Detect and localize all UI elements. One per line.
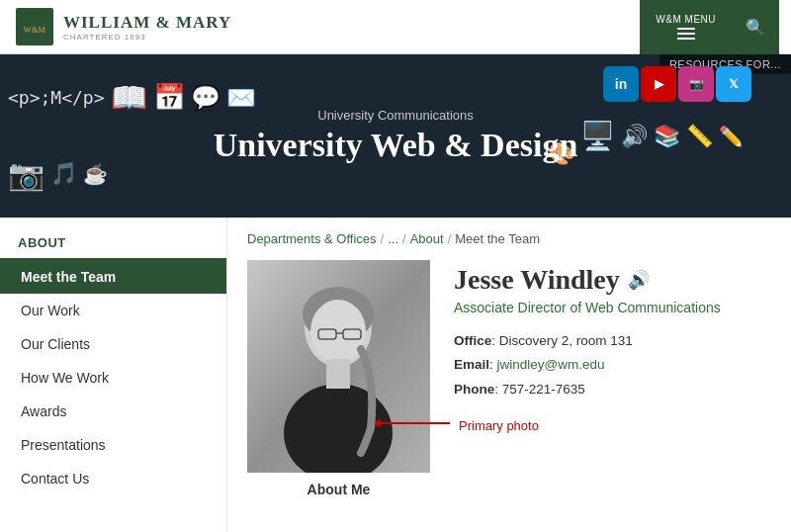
office-value: Discovery 2, room 131 [499, 333, 633, 348]
sidebar-item-contact-us[interactable]: Contact Us [0, 462, 226, 495]
email-label: Email [454, 357, 489, 372]
svg-text:W&M: W&M [24, 25, 46, 35]
hamburger-icon [677, 28, 695, 40]
phone-label: Phone [454, 382, 494, 397]
svg-rect-11 [326, 359, 350, 389]
breadcrumb-current: Meet the Team [455, 231, 540, 246]
instagram-icon: 📷 [678, 66, 714, 102]
breadcrumb-about[interactable]: About [410, 231, 444, 246]
logo-title: WILLIAM & MARY [63, 13, 231, 33]
email-link[interactable]: jwindley@wm.edu [497, 357, 605, 372]
office-row: Office: Discovery 2, room 131 [454, 329, 771, 353]
logo-subtitle: CHARTERED 1693 [63, 33, 231, 42]
sidebar: ABOUT Meet the Team Our Work Our Clients… [0, 218, 227, 532]
profile-section: Primary photo About Me Jesse Windley 🔊 A… [247, 260, 771, 498]
sidebar-item-our-work[interactable]: Our Work [0, 294, 226, 327]
profile-role: Associate Director of Web Communications [454, 300, 771, 315]
logo-text-block: WILLIAM & MARY CHARTERED 1693 [63, 13, 231, 42]
breadcrumb-dots[interactable]: ... [388, 231, 398, 246]
search-button[interactable]: 🔍 [732, 0, 779, 54]
phone-row: Phone: 757-221-7635 [454, 378, 771, 401]
profile-photo-column: Primary photo About Me [247, 260, 430, 498]
header-nav: W&M MENU 🔍 [640, 0, 779, 54]
email-row: Email: jwindley@wm.edu [454, 353, 771, 377]
main-area: ABOUT Meet the Team Our Work Our Clients… [0, 218, 791, 532]
breadcrumb: Departments & Offices / ... / About / Me… [247, 231, 771, 246]
youtube-icon: ▶ [641, 66, 676, 102]
arrow-svg [376, 408, 455, 438]
sidebar-item-meet-the-team[interactable]: Meet the Team [0, 260, 226, 294]
menu-button[interactable]: W&M MENU [640, 0, 732, 54]
sidebar-section-title: ABOUT [0, 235, 226, 260]
sidebar-item-presentations[interactable]: Presentations [0, 428, 226, 462]
page-header: W&M WILLIAM & MARY CHARTERED 1693 W&M ME… [0, 0, 791, 54]
sidebar-item-how-we-work[interactable]: How We Work [0, 361, 226, 395]
profile-name-row: Jesse Windley 🔊 [454, 264, 771, 296]
sidebar-item-our-clients[interactable]: Our Clients [0, 327, 226, 361]
hero-banner: RESOURCES FOR... <p>;M</p> 📖 📅 💬 ✉️ 📷 🎵 … [0, 54, 791, 218]
sidebar-item-awards[interactable]: Awards [0, 395, 226, 428]
social-icons: in ▶ 📷 𝕏 [603, 66, 751, 102]
about-me-label: About Me [308, 481, 371, 498]
annotation-text: Primary photo [459, 418, 539, 433]
logo-area: W&M WILLIAM & MARY CHARTERED 1693 [16, 8, 231, 45]
content-area: Departments & Offices / ... / About / Me… [227, 218, 791, 532]
wm-emblem: W&M [16, 8, 53, 45]
breadcrumb-dept[interactable]: Departments & Offices [247, 231, 377, 246]
profile-details: Office: Discovery 2, room 131 Email: jwi… [454, 329, 771, 401]
annotation-arrow: Primary photo [376, 408, 539, 442]
phone-value: 757-221-7635 [502, 382, 585, 397]
twitter-icon: 𝕏 [716, 66, 751, 102]
speaker-icon[interactable]: 🔊 [628, 269, 650, 291]
menu-label: W&M MENU [656, 14, 716, 25]
profile-name: Jesse Windley [454, 264, 620, 296]
profile-info: Jesse Windley 🔊 Associate Director of We… [454, 260, 771, 498]
office-label: Office [454, 333, 491, 348]
hero-title: University Web & Design [214, 127, 578, 164]
linkedin-icon: in [603, 66, 639, 102]
search-icon: 🔍 [746, 18, 765, 37]
hero-content: University Communications University Web… [214, 108, 578, 164]
hero-dept: University Communications [214, 108, 578, 123]
